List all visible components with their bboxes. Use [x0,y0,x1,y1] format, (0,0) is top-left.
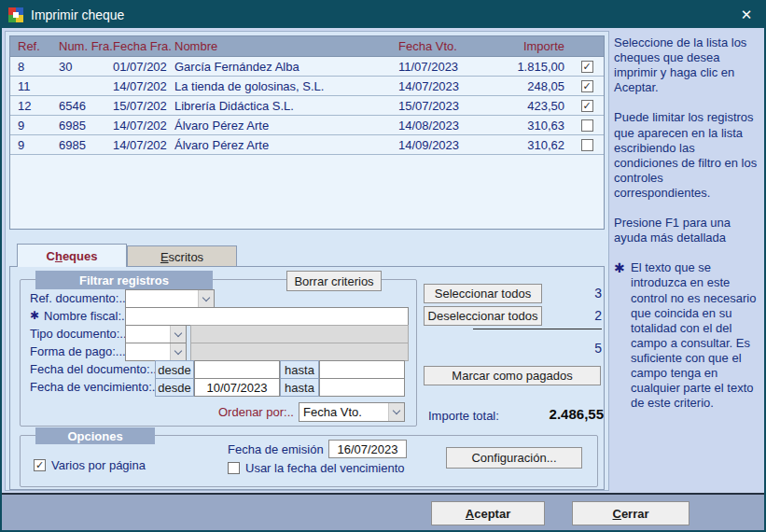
dialog-imprimir-cheque: Imprimir cheque ✕ Ref.Num. Fra.Fecha Fra… [0,0,766,532]
nombre-fiscal-input[interactable] [125,307,409,326]
table-row[interactable]: 9698514/07/2023Álvaro Pérez Arte14/08/20… [10,116,604,135]
fecha-emision-label: Fecha de emisión [228,442,324,456]
table-cell: 1.815,00 [495,57,570,76]
row-checkbox-unchecked[interactable] [581,139,593,151]
column-header-1: Num. Fra. [51,36,105,56]
tab-cheques-label: Cheques [47,249,98,263]
app-icon [8,7,23,22]
help-paragraph-3: Presione F1 para una ayuda más detallada [614,216,761,245]
window-title: Imprimir cheque [31,7,124,22]
help-note: ✱ El texto que se introduzca en este con… [614,260,761,411]
row-checkbox-checked[interactable]: ✓ [581,80,593,92]
table-cell: 15/07/2023 [391,96,495,115]
table-cell: 6546 [51,96,105,115]
opciones-title: Opciones [35,427,155,444]
aceptar-button[interactable]: Aceptar [431,501,545,525]
ordenar-por-value: Fecha Vto. [303,403,362,421]
usar-fecha-vencimiento-checkbox[interactable]: Usar la fecha del vencimiento [228,461,405,475]
varios-por-pagina-label: Varios por página [51,458,146,472]
filtrar-registros-title: Filtrar registros [35,271,213,289]
close-icon[interactable]: ✕ [729,2,764,28]
table-cell [51,77,105,95]
table-row[interactable]: 1114/07/2023La tienda de golosinas, S.L.… [10,77,604,96]
sum-divider [473,329,602,329]
borrar-criterios-button[interactable]: Borrar criterios [286,271,382,291]
fecha-vencimiento-label: Fecha de vencimiento:..... [30,380,169,394]
title-bar: Imprimir cheque ✕ [2,2,764,28]
table-cell: 30 [51,57,105,76]
unselected-count: 2 [563,308,602,323]
fecha-vencimiento-desde-input[interactable]: 10/07/2023 [194,378,280,397]
row-checkbox-checked[interactable]: ✓ [581,100,593,112]
table-cell: 15/07/2023 [105,96,167,115]
column-header-0: Ref. [10,36,51,56]
table-cell: 310,62 [495,135,570,154]
cheques-table-header: Ref.Num. Fra.Fecha Fra.NombreFecha Vto.I… [10,36,604,57]
ref-documento-label: Ref. documento:..... [30,291,135,305]
table-cell: 14/08/2023 [391,116,495,134]
tab-escritos-label: Escritos [160,250,203,264]
column-header-5: Importe [495,36,570,56]
table-cell: 14/07/2023 [391,77,495,95]
checkbox-unchecked-icon[interactable] [228,462,240,474]
checkbox-checked-icon[interactable]: ✓ [34,459,46,471]
table-cell: 9 [10,135,51,154]
fecha-documento-hasta-input[interactable] [319,360,405,379]
help-panel: Seleccione de la lista los cheques que d… [614,35,761,411]
opciones-group: Opciones ✓ Varios por página Fecha de em… [20,435,598,487]
forma-pago-combo[interactable] [125,343,187,361]
column-header-2: Fecha Fra. [105,36,167,56]
nombre-fiscal-label: Nombre fiscal:... [44,309,132,323]
fecha-emision-input[interactable]: 16/07/2023 [328,440,407,458]
table-row[interactable]: 9698514/07/2023Álvaro Pérez Arte14/09/20… [10,135,604,155]
table-row[interactable]: 12654615/07/2023Librería Didáctica S.L.1… [10,96,604,116]
chevron-down-icon[interactable] [170,326,186,343]
fecha-vencimiento-hasta-input[interactable] [319,378,405,397]
tab-cheques[interactable]: Cheques [17,244,127,267]
table-cell: Álvaro Pérez Arte [167,116,391,134]
ref-documento-combo[interactable] [125,289,215,308]
fecha-documento-hasta-label: hasta [280,360,319,379]
row-checkbox-unchecked[interactable] [581,119,593,132]
configuracion-button[interactable]: Configuración... [446,447,582,469]
table-cell: Librería Didáctica S.L. [167,96,391,115]
tipo-documento-label: Tipo documento:..... [30,327,136,341]
note-asterisk-icon: ✱ [614,260,631,411]
seleccionar-todos-button[interactable]: Seleccionar todos [424,284,542,303]
ordenar-por-combo[interactable]: Fecha Vto. [299,402,405,422]
chevron-down-icon[interactable] [388,403,404,421]
table-cell: 14/07/2023 [105,77,167,95]
cheques-list: Ref.Num. Fra.Fecha Fra.NombreFecha Vto.I… [9,35,605,230]
chevron-down-icon[interactable] [170,343,186,360]
help-paragraph-2: Puede limitar los registros que aparecen… [614,110,761,201]
forma-pago-label: Forma de pago:...... [30,344,135,358]
table-cell: 14/07/2023 [105,116,167,134]
table-cell: 12 [10,96,51,115]
table-cell: 6985 [51,135,105,154]
fecha-vencimiento-hasta-label: hasta [280,378,319,397]
table-cell: 14/07/2023 [105,135,167,154]
cheques-table-body: 83001/07/2023García Fernández Alba11/07/… [10,57,604,155]
table-cell: 8 [10,57,51,76]
cerrar-button[interactable]: Cerrar [572,501,689,525]
tab-panel-cheques: Filtrar registros Ref. documento:..... ✱… [9,266,605,490]
table-cell: Álvaro Pérez Arte [167,135,391,154]
ordenar-por-label: Ordenar por:.. [218,405,294,419]
table-cell: La tienda de golosinas, S.L. [167,77,391,95]
fecha-vencimiento-desde-label: desde [155,378,194,397]
deseleccionar-todos-button[interactable]: Deseleccionar todos [424,306,542,326]
total-count: 5 [563,341,602,356]
tab-escritos[interactable]: Escritos [127,245,237,267]
chevron-down-icon[interactable] [198,290,214,307]
table-cell: 14/09/2023 [391,135,495,154]
marcar-como-pagados-button[interactable]: Marcar como pagados [424,366,601,385]
table-cell: 9 [10,116,51,134]
tipo-documento-combo[interactable] [125,325,187,343]
table-cell: 310,63 [495,116,570,134]
row-checkbox-checked[interactable]: ✓ [581,61,593,73]
table-row[interactable]: 83001/07/2023García Fernández Alba11/07/… [10,57,604,77]
table-cell: 11 [10,77,51,95]
fecha-documento-desde-input[interactable] [194,360,280,379]
forma-pago-descripcion [190,343,409,361]
varios-por-pagina-checkbox[interactable]: ✓ Varios por página [34,458,146,472]
